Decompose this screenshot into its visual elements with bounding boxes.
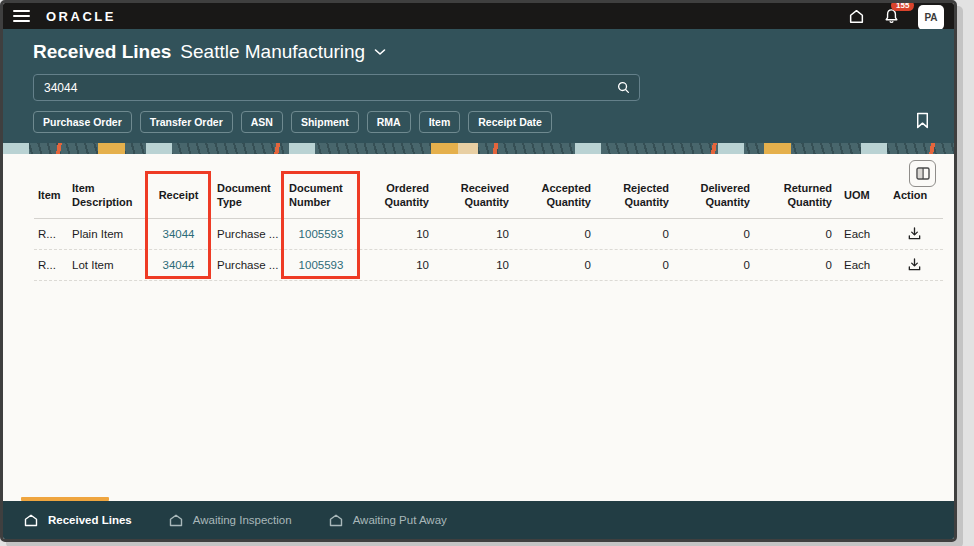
tab-awaiting-inspection[interactable]: Awaiting Inspection (168, 513, 292, 528)
table-body: R... Plain Item 34044 Purchase ... 10055… (34, 219, 943, 281)
manage-columns-button[interactable] (909, 160, 936, 187)
filter-chip-transfer-order[interactable]: Transfer Order (140, 111, 233, 133)
chevron-down-icon[interactable] (374, 48, 386, 56)
col-header-rejected-quantity[interactable]: Rejected Quantity (599, 178, 677, 218)
cell-ordered: 10 (361, 219, 437, 249)
put-away-action-button[interactable] (889, 250, 943, 280)
cell-document-type: Purchase ... (213, 219, 285, 249)
col-header-received-quantity[interactable]: Received Quantity (437, 178, 517, 218)
filter-chip-item[interactable]: Item (419, 111, 461, 133)
col-header-document-number[interactable]: Document Number (285, 178, 361, 218)
home-button[interactable] (848, 8, 865, 25)
home-icon (848, 8, 865, 25)
tab-label: Received Lines (48, 514, 132, 526)
col-header-returned-quantity[interactable]: Returned Quantity (758, 178, 840, 218)
page-header: Received Lines Seattle Manufacturing Pur… (3, 29, 954, 143)
cell-returned: 0 (758, 219, 840, 249)
cell-accepted: 0 (517, 250, 599, 280)
filter-chip-shipment[interactable]: Shipment (291, 111, 359, 133)
document-number-link[interactable]: 1005593 (299, 228, 344, 240)
col-header-delivered-quantity[interactable]: Delivered Quantity (677, 178, 758, 218)
global-header: ORACLE 155 PA (3, 3, 954, 29)
filter-chip-receipt-date[interactable]: Receipt Date (468, 111, 552, 133)
cell-received: 10 (437, 250, 517, 280)
cell-rejected: 0 (599, 250, 677, 280)
download-tray-icon (907, 257, 922, 272)
filter-chip-asn[interactable]: ASN (241, 111, 283, 133)
house-icon (328, 513, 344, 528)
active-tab-indicator (21, 497, 109, 501)
tab-label: Awaiting Inspection (193, 514, 292, 526)
oracle-logo: ORACLE (46, 9, 116, 24)
cell-uom: Each (840, 250, 889, 280)
filter-chip-row: Purchase Order Transfer Order ASN Shipme… (33, 111, 934, 133)
filter-chip-rma[interactable]: RMA (367, 111, 411, 133)
notifications-button[interactable]: 155 (883, 8, 900, 25)
table-row[interactable]: R... Plain Item 34044 Purchase ... 10055… (34, 219, 943, 250)
document-number-link[interactable]: 1005593 (299, 259, 344, 271)
col-header-item-description[interactable]: Item Description (68, 178, 148, 218)
user-avatar[interactable]: PA (918, 5, 944, 30)
download-tray-icon (907, 226, 922, 241)
cell-description: Plain Item (68, 219, 148, 249)
cell-item: R... (34, 219, 68, 249)
cell-received: 10 (437, 219, 517, 249)
col-header-receipt[interactable]: Receipt (148, 178, 213, 218)
tab-awaiting-put-away[interactable]: Awaiting Put Away (328, 513, 447, 528)
search-bar[interactable] (33, 74, 640, 101)
cell-uom: Each (840, 219, 889, 249)
table-row[interactable]: R... Lot Item 34044 Purchase ... 1005593… (34, 250, 943, 281)
cell-returned: 0 (758, 250, 840, 280)
tab-received-lines[interactable]: Received Lines (23, 513, 132, 528)
bookmark-icon[interactable] (915, 112, 930, 129)
app-window: ORACLE 155 PA Received Lines Seattle Man… (0, 0, 957, 542)
org-selector[interactable]: Seattle Manufacturing (180, 41, 365, 63)
house-icon (168, 513, 184, 528)
table-header-row: Item Item Description Receipt Document T… (34, 178, 943, 219)
cell-ordered: 10 (361, 250, 437, 280)
cell-item: R... (34, 250, 68, 280)
notification-count-badge: 155 (891, 0, 914, 11)
receipt-link[interactable]: 34044 (163, 259, 195, 271)
col-header-ordered-quantity[interactable]: Ordered Quantity (361, 178, 437, 218)
col-header-item[interactable]: Item (34, 178, 68, 218)
cell-document-type: Purchase ... (213, 250, 285, 280)
filter-chip-purchase-order[interactable]: Purchase Order (33, 111, 132, 133)
results-panel: Item Item Description Receipt Document T… (3, 154, 954, 501)
bottom-tab-bar: Received Lines Awaiting Inspection Await… (3, 501, 954, 539)
tab-label: Awaiting Put Away (353, 514, 447, 526)
search-input[interactable] (44, 81, 616, 95)
cell-description: Lot Item (68, 250, 148, 280)
col-header-document-type[interactable]: Document Type (213, 178, 285, 218)
cell-rejected: 0 (599, 219, 677, 249)
col-header-accepted-quantity[interactable]: Accepted Quantity (517, 178, 599, 218)
cell-delivered: 0 (677, 219, 758, 249)
page-title: Received Lines (33, 41, 171, 63)
cell-delivered: 0 (677, 250, 758, 280)
cell-accepted: 0 (517, 219, 599, 249)
hamburger-menu-icon[interactable] (13, 10, 30, 22)
columns-icon (916, 167, 930, 180)
col-header-uom[interactable]: UOM (840, 178, 889, 218)
search-icon[interactable] (616, 80, 631, 95)
house-icon (23, 513, 39, 528)
decorative-pattern-band (3, 143, 954, 154)
put-away-action-button[interactable] (889, 219, 943, 249)
receipt-link[interactable]: 34044 (163, 228, 195, 240)
